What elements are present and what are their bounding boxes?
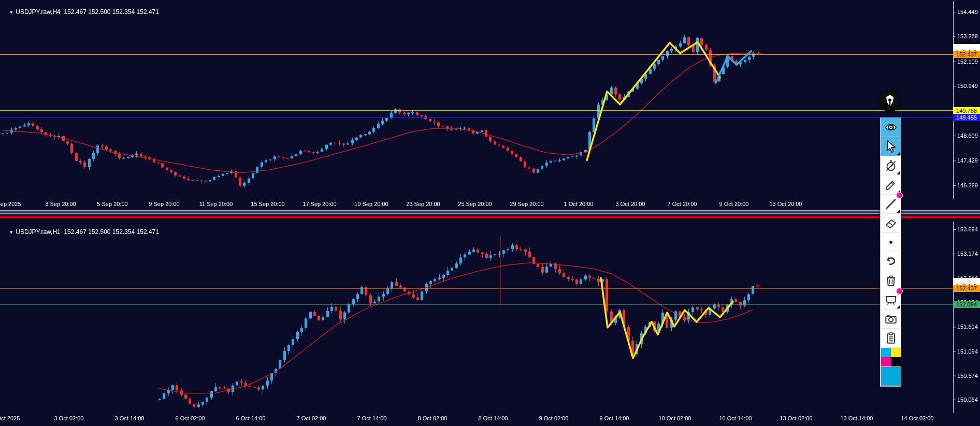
palette-swatch-0[interactable]	[881, 348, 891, 357]
pencil-icon	[884, 178, 898, 192]
flyout-corner	[897, 152, 900, 155]
color-palette	[881, 348, 901, 367]
stopwatch-off-icon	[884, 159, 898, 172]
h4-time-axis[interactable]	[0, 199, 953, 209]
palette-swatch-2[interactable]	[881, 357, 891, 366]
dot-size-button[interactable]	[881, 233, 901, 252]
separator-stripes	[0, 209, 980, 216]
annotation-pen-handle[interactable]	[879, 90, 901, 112]
clipboard-button[interactable]	[881, 329, 901, 348]
current-color-fill	[881, 367, 901, 386]
trash-icon	[884, 274, 898, 287]
chart-menu-icon[interactable]: ▼	[9, 10, 13, 15]
separator-gap	[0, 218, 980, 221]
h4-symbol: USDJPY.raw,H4	[16, 8, 60, 16]
palette-swatch-3[interactable]	[891, 357, 901, 366]
eye-icon	[884, 121, 898, 134]
h1-chart-title: ▼USDJPY.raw,H1 152.467 152.500 152.354 1…	[2, 221, 159, 243]
h1-quote: 152.467 152.500 152.354 152.471	[64, 228, 159, 236]
h1-price-axis[interactable]	[953, 220, 980, 426]
h1-time-axis[interactable]	[0, 413, 953, 426]
clipboard-icon	[884, 331, 898, 345]
window-separator[interactable]	[0, 209, 980, 220]
undo-button[interactable]	[881, 252, 901, 271]
chart-menu-icon[interactable]: ▼	[9, 230, 13, 235]
palette-swatch-1[interactable]	[891, 348, 901, 357]
h4-chart-title: ▼USDJPY.raw,H4 152.467 152.500 152.354 1…	[2, 1, 159, 23]
h4-quote: 152.467 152.500 152.354 152.471	[64, 8, 159, 16]
hide-show-button[interactable]	[881, 118, 901, 137]
eraser-tool-button[interactable]	[881, 214, 901, 233]
dot-icon	[884, 236, 898, 249]
clear-button[interactable]	[881, 271, 901, 290]
flyout-corner	[897, 171, 900, 174]
pen-tool-button[interactable]	[881, 175, 901, 195]
line-tool-button[interactable]	[881, 195, 901, 214]
line-icon	[884, 197, 898, 211]
cursor-icon	[884, 140, 898, 153]
current-color-swatch[interactable]	[881, 367, 901, 386]
screenshot-button[interactable]	[881, 310, 901, 329]
annotation-toolbar	[880, 117, 901, 387]
camera-icon	[884, 312, 898, 326]
notification-badge	[896, 288, 903, 295]
flyout-corner	[897, 209, 900, 213]
screen-icon	[884, 293, 898, 306]
h4-price-axis[interactable]	[953, 0, 980, 209]
pen-nib-icon	[882, 93, 898, 109]
timer-tool-button[interactable]	[881, 156, 901, 175]
whiteboard-button[interactable]	[881, 290, 901, 310]
h1-symbol: USDJPY.raw,H1	[16, 228, 60, 236]
eraser-icon	[884, 216, 898, 230]
trading-platform-window: ▼USDJPY.raw,H4 152.467 152.500 152.354 1…	[0, 0, 980, 426]
cursor-tool-button[interactable]	[881, 137, 901, 156]
undo-icon	[884, 255, 898, 268]
flyout-corner	[897, 305, 900, 309]
notification-badge	[896, 192, 903, 199]
